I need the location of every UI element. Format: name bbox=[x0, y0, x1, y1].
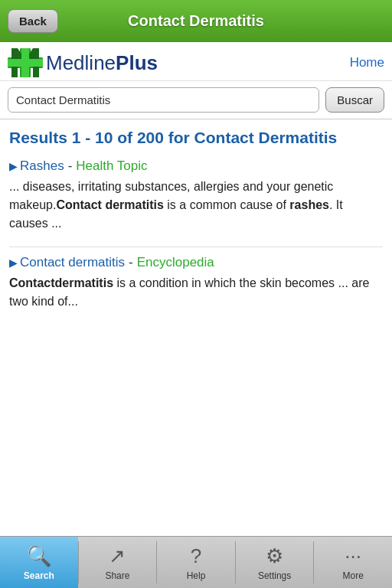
buscar-button[interactable]: Buscar bbox=[325, 87, 384, 113]
result-title-row: ▶ Contact dermatitis - Encyclopedia bbox=[9, 255, 383, 270]
search-tab-label: Search bbox=[24, 570, 54, 581]
share-icon: ↗ bbox=[109, 544, 126, 568]
logo: MedlinePlus bbox=[8, 48, 158, 77]
top-navigation-bar: Back Contact Dermatitis bbox=[0, 0, 392, 42]
result-arrow-icon: ▶ bbox=[9, 256, 18, 269]
snippet-bold: Contact dermatitis bbox=[56, 198, 163, 211]
search-input[interactable] bbox=[8, 87, 319, 113]
snippet-bold2: rashes bbox=[289, 198, 329, 211]
page-title: Contact Dermatitis bbox=[0, 12, 392, 30]
share-tab-label: Share bbox=[105, 570, 129, 581]
tab-share[interactable]: ↗Share bbox=[79, 537, 157, 588]
home-link[interactable]: Home bbox=[350, 55, 384, 70]
result-snippet: ... diseases, irritating substances, all… bbox=[9, 178, 383, 233]
result-item: ▶ Contact dermatitis - Encyclopedia Cont… bbox=[9, 255, 383, 311]
tab-help[interactable]: ?Help bbox=[157, 537, 235, 588]
snippet-after-bold: is a common cause of bbox=[164, 198, 290, 211]
more-tab-label: More bbox=[343, 570, 364, 581]
result-link-rashes[interactable]: Rashes bbox=[20, 158, 64, 174]
result-item: ▶ Rashes - Health Topic ... diseases, ir… bbox=[9, 158, 383, 233]
result-separator: - bbox=[68, 158, 73, 174]
tab-search[interactable]: 🔍Search bbox=[0, 537, 78, 588]
results-heading: Results 1 - 10 of 200 for Contact Dermat… bbox=[9, 127, 383, 148]
result-title-row: ▶ Rashes - Health Topic bbox=[9, 158, 383, 174]
settings-icon: ⚙ bbox=[266, 544, 283, 568]
help-tab-label: Help bbox=[187, 570, 206, 581]
result-separator: - bbox=[129, 255, 133, 270]
logo-text: MedlinePlus bbox=[46, 51, 158, 75]
medlineplus-logo-icon bbox=[8, 48, 43, 77]
main-content: Results 1 - 10 of 200 for Contact Dermat… bbox=[0, 119, 392, 534]
divider bbox=[9, 247, 383, 247]
more-icon: ··· bbox=[345, 544, 361, 568]
help-icon: ? bbox=[191, 544, 201, 568]
result-category-encyclopedia: Encyclopedia bbox=[137, 255, 214, 270]
tab-settings[interactable]: ⚙Settings bbox=[236, 537, 314, 588]
tab-more[interactable]: ···More bbox=[314, 537, 392, 588]
snippet-bold-contact: Contactdermatitis bbox=[9, 276, 113, 289]
result-snippet-2: Contactdermatitis is a condition in whic… bbox=[9, 274, 383, 311]
settings-tab-label: Settings bbox=[258, 570, 291, 581]
search-icon: 🔍 bbox=[27, 544, 51, 568]
search-bar: Buscar bbox=[0, 81, 392, 119]
result-link-contact-dermatitis[interactable]: Contact dermatitis bbox=[20, 255, 125, 270]
svg-rect-6 bbox=[21, 48, 29, 77]
result-category: Health Topic bbox=[76, 158, 147, 174]
result-arrow-icon: ▶ bbox=[9, 160, 18, 172]
tab-bar: 🔍Search↗Share?Help⚙Settings···More bbox=[0, 536, 392, 588]
site-header: MedlinePlus Home bbox=[0, 42, 392, 81]
back-button[interactable]: Back bbox=[8, 9, 58, 33]
